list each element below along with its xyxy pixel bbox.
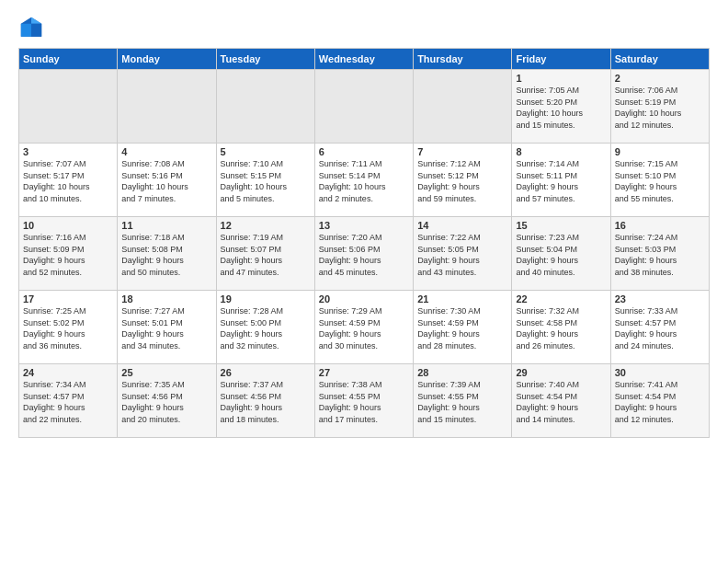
day-info: Sunrise: 7:24 AM Sunset: 5:03 PM Dayligh… — [615, 232, 705, 278]
day-info: Sunrise: 7:40 AM Sunset: 4:54 PM Dayligh… — [516, 379, 606, 425]
day-number: 22 — [516, 293, 606, 304]
day-number: 12 — [221, 220, 311, 231]
day-cell: 26Sunrise: 7:37 AM Sunset: 4:56 PM Dayli… — [216, 364, 314, 438]
day-info: Sunrise: 7:07 AM Sunset: 5:17 PM Dayligh… — [23, 158, 113, 204]
day-cell: 19Sunrise: 7:28 AM Sunset: 5:00 PM Dayli… — [216, 291, 314, 364]
col-header-friday: Friday — [512, 49, 610, 70]
day-cell: 14Sunrise: 7:22 AM Sunset: 5:05 PM Dayli… — [414, 217, 512, 291]
day-number: 25 — [121, 367, 211, 378]
day-cell: 3Sunrise: 7:07 AM Sunset: 5:17 PM Daylig… — [19, 144, 118, 217]
day-cell: 11Sunrise: 7:18 AM Sunset: 5:08 PM Dayli… — [118, 217, 216, 291]
day-info: Sunrise: 7:23 AM Sunset: 5:04 PM Dayligh… — [516, 232, 606, 278]
calendar-table: SundayMondayTuesdayWednesdayThursdayFrid… — [18, 48, 710, 438]
day-number: 20 — [319, 293, 409, 304]
day-cell: 1Sunrise: 7:05 AM Sunset: 5:20 PM Daylig… — [512, 70, 610, 144]
col-header-monday: Monday — [118, 49, 216, 70]
day-number: 27 — [319, 367, 409, 378]
day-cell: 17Sunrise: 7:25 AM Sunset: 5:02 PM Dayli… — [19, 291, 118, 364]
day-info: Sunrise: 7:12 AM Sunset: 5:12 PM Dayligh… — [417, 158, 507, 204]
col-header-sunday: Sunday — [19, 49, 118, 70]
day-number: 10 — [23, 220, 113, 231]
day-cell: 10Sunrise: 7:16 AM Sunset: 5:09 PM Dayli… — [19, 217, 118, 291]
day-number: 21 — [417, 293, 507, 304]
day-info: Sunrise: 7:11 AM Sunset: 5:14 PM Dayligh… — [319, 158, 409, 204]
day-cell: 21Sunrise: 7:30 AM Sunset: 4:59 PM Dayli… — [414, 291, 512, 364]
day-cell: 20Sunrise: 7:29 AM Sunset: 4:59 PM Dayli… — [314, 291, 413, 364]
day-cell: 27Sunrise: 7:38 AM Sunset: 4:55 PM Dayli… — [314, 364, 413, 438]
col-header-tuesday: Tuesday — [216, 49, 314, 70]
day-info: Sunrise: 7:35 AM Sunset: 4:56 PM Dayligh… — [121, 379, 211, 425]
week-row-3: 10Sunrise: 7:16 AM Sunset: 5:09 PM Dayli… — [19, 217, 710, 291]
logo — [18, 15, 48, 40]
day-number: 9 — [615, 146, 705, 157]
logo-icon — [18, 15, 44, 40]
day-cell: 2Sunrise: 7:06 AM Sunset: 5:19 PM Daylig… — [610, 70, 709, 144]
day-info: Sunrise: 7:22 AM Sunset: 5:05 PM Dayligh… — [417, 232, 507, 278]
page: SundayMondayTuesdayWednesdayThursdayFrid… — [0, 0, 728, 563]
week-row-4: 17Sunrise: 7:25 AM Sunset: 5:02 PM Dayli… — [19, 291, 710, 364]
svg-marker-2 — [31, 24, 41, 37]
week-row-5: 24Sunrise: 7:34 AM Sunset: 4:57 PM Dayli… — [19, 364, 710, 438]
day-number: 19 — [221, 293, 311, 304]
day-number: 8 — [516, 146, 606, 157]
day-info: Sunrise: 7:06 AM Sunset: 5:19 PM Dayligh… — [615, 85, 705, 131]
day-number: 5 — [221, 146, 311, 157]
day-number: 2 — [615, 73, 705, 84]
day-number: 11 — [121, 220, 211, 231]
day-number: 29 — [516, 367, 606, 378]
day-info: Sunrise: 7:19 AM Sunset: 5:07 PM Dayligh… — [221, 232, 311, 278]
day-cell: 30Sunrise: 7:41 AM Sunset: 4:54 PM Dayli… — [610, 364, 709, 438]
header — [18, 15, 710, 40]
day-cell: 28Sunrise: 7:39 AM Sunset: 4:55 PM Dayli… — [414, 364, 512, 438]
day-info: Sunrise: 7:18 AM Sunset: 5:08 PM Dayligh… — [121, 232, 211, 278]
day-cell: 6Sunrise: 7:11 AM Sunset: 5:14 PM Daylig… — [314, 144, 413, 217]
day-info: Sunrise: 7:15 AM Sunset: 5:10 PM Dayligh… — [615, 158, 705, 204]
day-cell: 25Sunrise: 7:35 AM Sunset: 4:56 PM Dayli… — [118, 364, 216, 438]
day-cell: 9Sunrise: 7:15 AM Sunset: 5:10 PM Daylig… — [610, 144, 709, 217]
day-number: 28 — [417, 367, 507, 378]
day-number: 6 — [319, 146, 409, 157]
day-number: 16 — [615, 220, 705, 231]
day-info: Sunrise: 7:34 AM Sunset: 4:57 PM Dayligh… — [23, 379, 113, 425]
day-number: 1 — [516, 73, 606, 84]
day-cell: 16Sunrise: 7:24 AM Sunset: 5:03 PM Dayli… — [610, 217, 709, 291]
day-cell — [216, 70, 314, 144]
day-info: Sunrise: 7:37 AM Sunset: 4:56 PM Dayligh… — [221, 379, 311, 425]
day-info: Sunrise: 7:16 AM Sunset: 5:09 PM Dayligh… — [23, 232, 113, 278]
day-info: Sunrise: 7:39 AM Sunset: 4:55 PM Dayligh… — [417, 379, 507, 425]
col-header-thursday: Thursday — [414, 49, 512, 70]
day-number: 26 — [221, 367, 311, 378]
day-cell — [118, 70, 216, 144]
day-number: 4 — [121, 146, 211, 157]
day-cell — [314, 70, 413, 144]
day-number: 13 — [319, 220, 409, 231]
day-info: Sunrise: 7:20 AM Sunset: 5:06 PM Dayligh… — [319, 232, 409, 278]
day-info: Sunrise: 7:27 AM Sunset: 5:01 PM Dayligh… — [121, 305, 211, 351]
day-cell: 18Sunrise: 7:27 AM Sunset: 5:01 PM Dayli… — [118, 291, 216, 364]
day-info: Sunrise: 7:28 AM Sunset: 5:00 PM Dayligh… — [221, 305, 311, 351]
day-info: Sunrise: 7:41 AM Sunset: 4:54 PM Dayligh… — [615, 379, 705, 425]
col-header-wednesday: Wednesday — [314, 49, 413, 70]
day-cell: 22Sunrise: 7:32 AM Sunset: 4:58 PM Dayli… — [512, 291, 610, 364]
day-number: 24 — [23, 367, 113, 378]
day-cell: 7Sunrise: 7:12 AM Sunset: 5:12 PM Daylig… — [414, 144, 512, 217]
col-header-saturday: Saturday — [610, 49, 709, 70]
day-cell: 12Sunrise: 7:19 AM Sunset: 5:07 PM Dayli… — [216, 217, 314, 291]
week-row-1: 1Sunrise: 7:05 AM Sunset: 5:20 PM Daylig… — [19, 70, 710, 144]
day-number: 14 — [417, 220, 507, 231]
day-cell: 24Sunrise: 7:34 AM Sunset: 4:57 PM Dayli… — [19, 364, 118, 438]
day-info: Sunrise: 7:14 AM Sunset: 5:11 PM Dayligh… — [516, 158, 606, 204]
day-cell: 5Sunrise: 7:10 AM Sunset: 5:15 PM Daylig… — [216, 144, 314, 217]
svg-marker-1 — [31, 17, 41, 24]
day-cell — [19, 70, 118, 144]
day-number: 3 — [23, 146, 113, 157]
day-number: 15 — [516, 220, 606, 231]
day-number: 7 — [417, 146, 507, 157]
day-cell: 15Sunrise: 7:23 AM Sunset: 5:04 PM Dayli… — [512, 217, 610, 291]
day-cell: 29Sunrise: 7:40 AM Sunset: 4:54 PM Dayli… — [512, 364, 610, 438]
day-number: 17 — [23, 293, 113, 304]
day-cell: 13Sunrise: 7:20 AM Sunset: 5:06 PM Dayli… — [314, 217, 413, 291]
day-number: 30 — [615, 367, 705, 378]
day-info: Sunrise: 7:29 AM Sunset: 4:59 PM Dayligh… — [319, 305, 409, 351]
day-cell: 4Sunrise: 7:08 AM Sunset: 5:16 PM Daylig… — [118, 144, 216, 217]
